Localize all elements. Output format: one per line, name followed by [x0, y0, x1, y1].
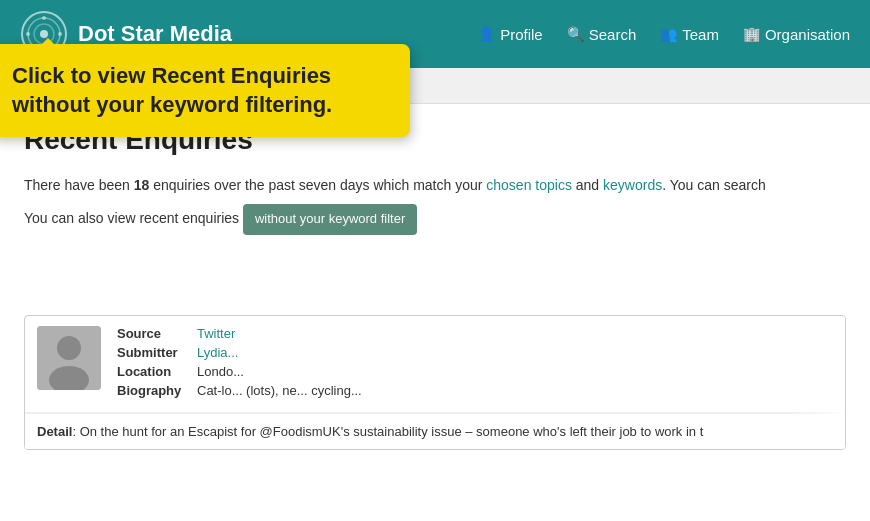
submitter-row: Submitter Lydia... — [117, 345, 833, 360]
detail-label: Detail — [37, 424, 72, 439]
svg-point-6 — [42, 16, 46, 20]
source-row: Source Twitter — [117, 326, 833, 341]
nav-search-label: Search — [589, 26, 637, 43]
detail-bar: Detail: On the hunt for an Escapist for … — [25, 413, 845, 449]
intro-paragraph: There have been 18 enquiries over the pa… — [24, 174, 846, 196]
profile-info: Source Twitter Submitter Lydia... Locati… — [117, 326, 833, 402]
nav-team[interactable]: 👥 Team — [660, 26, 719, 43]
intro-text-1: There have been — [24, 177, 134, 193]
svg-point-4 — [26, 32, 30, 36]
nav-profile[interactable]: 👤 Profile — [478, 26, 543, 43]
search-icon: 🔍 — [567, 26, 584, 42]
nav-search[interactable]: 🔍 Search — [567, 26, 637, 43]
submitter-label: Submitter — [117, 345, 197, 360]
tooltip-wrapper: without your keyword filter — [243, 204, 417, 235]
nav-team-label: Team — [682, 26, 719, 43]
svg-point-9 — [57, 336, 81, 360]
chosen-topics-link[interactable]: chosen topics — [486, 177, 572, 193]
profile-icon: 👤 — [478, 26, 495, 42]
location-row: Location Londo... — [117, 364, 833, 379]
nav-profile-label: Profile — [500, 26, 543, 43]
submitter-value: Lydia... — [197, 345, 238, 360]
source-label: Source — [117, 326, 197, 341]
biography-label: Biography — [117, 383, 197, 398]
nav-organisation-label: Organisation — [765, 26, 850, 43]
intro-text-2: enquiries over the past seven days which… — [149, 177, 486, 193]
location-value: Londo... — [197, 364, 244, 379]
intro-paragraph-2: You can also view recent enquiries witho… — [24, 204, 846, 235]
keywords-link[interactable]: keywords — [603, 177, 662, 193]
source-value: Twitter — [197, 326, 235, 341]
table-row: Source Twitter Submitter Lydia... Locati… — [25, 316, 845, 413]
keyword-filter-link[interactable]: without your keyword filter — [243, 204, 417, 235]
svg-point-5 — [58, 32, 62, 36]
main-nav: 👤 Profile 🔍 Search 👥 Team 🏢 Organisation — [478, 26, 850, 43]
avatar — [37, 326, 101, 390]
intro-text-5: You can also view recent enquiries — [24, 210, 243, 226]
location-label: Location — [117, 364, 197, 379]
intro-count: 18 — [134, 177, 150, 193]
biography-row: Biography Cat-lo... (lots), ne... cyclin… — [117, 383, 833, 398]
nav-organisation[interactable]: 🏢 Organisation — [743, 26, 850, 43]
tooltip-text: Click to view Recent Enquiries without y… — [12, 63, 332, 117]
enquiry-table: Source Twitter Submitter Lydia... Locati… — [24, 315, 846, 450]
team-icon: 👥 — [660, 26, 677, 42]
intro-text-4: . You can search — [662, 177, 766, 193]
intro-text-3: and — [572, 177, 603, 193]
organisation-icon: 🏢 — [743, 26, 760, 42]
tooltip-bubble: Click to view Recent Enquiries without y… — [0, 44, 410, 137]
main-content: Recent Enquiries There have been 18 enqu… — [0, 104, 870, 466]
avatar-image — [37, 326, 101, 390]
biography-value: Cat-lo... (lots), ne... cycling... — [197, 383, 362, 398]
detail-text: On the hunt for an Escapist for @Foodism… — [80, 424, 704, 439]
